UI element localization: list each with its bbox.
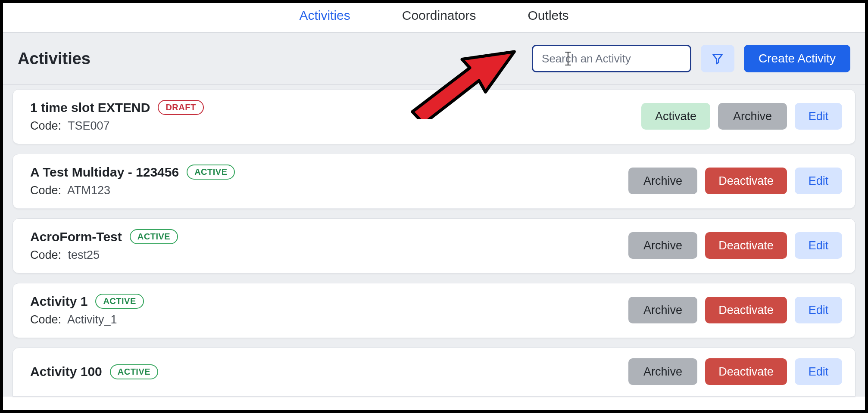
- activate-button[interactable]: Activate: [641, 103, 710, 130]
- deactivate-button[interactable]: Deactivate: [705, 232, 787, 259]
- filter-icon: [712, 53, 724, 65]
- activities-list: 1 time slot EXTEND DRAFT Code: TSE007 Ac…: [3, 85, 865, 397]
- activity-code: Code: ATM123: [30, 184, 628, 197]
- code-label: Code:: [30, 119, 61, 132]
- tab-coordinators[interactable]: Coordinators: [402, 8, 476, 23]
- activity-title: 1 time slot EXTEND: [30, 100, 150, 115]
- archive-button[interactable]: Archive: [718, 103, 787, 130]
- activity-card: 1 time slot EXTEND DRAFT Code: TSE007 Ac…: [12, 89, 856, 144]
- tab-activities[interactable]: Activities: [299, 8, 350, 23]
- status-badge: ACTIVE: [130, 229, 178, 244]
- activity-title: A Test Multiday - 123456: [30, 165, 179, 180]
- svg-marker-0: [713, 55, 722, 64]
- status-badge: ACTIVE: [110, 364, 158, 379]
- edit-button[interactable]: Edit: [795, 297, 842, 323]
- activity-card: AcroForm-Test ACTIVE Code: test25 Archiv…: [12, 218, 856, 273]
- code-value: Activity_1: [67, 313, 117, 326]
- archive-button[interactable]: Archive: [628, 232, 697, 259]
- code-value: test25: [68, 248, 100, 261]
- page-title: Activities: [18, 50, 91, 68]
- edit-button[interactable]: Edit: [795, 103, 842, 130]
- archive-button[interactable]: Archive: [628, 297, 697, 323]
- activity-title: Activity 1: [30, 294, 87, 309]
- deactivate-button[interactable]: Deactivate: [705, 168, 787, 194]
- code-label: Code:: [30, 184, 61, 197]
- status-badge: ACTIVE: [95, 294, 144, 309]
- edit-button[interactable]: Edit: [795, 232, 842, 259]
- filter-button[interactable]: [701, 45, 734, 72]
- activity-title: Activity 100: [30, 364, 102, 379]
- activity-code: Code: test25: [30, 248, 628, 262]
- archive-button[interactable]: Archive: [628, 168, 697, 194]
- code-label: Code:: [30, 313, 61, 326]
- edit-button[interactable]: Edit: [795, 168, 842, 194]
- deactivate-button[interactable]: Deactivate: [705, 297, 787, 323]
- search-input[interactable]: [532, 45, 691, 72]
- activity-card: Activity 100 ACTIVE Archive Deactivate E…: [12, 348, 856, 397]
- activity-code: Code: Activity_1: [30, 313, 628, 326]
- archive-button[interactable]: Archive: [628, 358, 697, 385]
- deactivate-button[interactable]: Deactivate: [705, 358, 787, 385]
- activity-card: Activity 1 ACTIVE Code: Activity_1 Archi…: [12, 283, 856, 338]
- create-activity-button[interactable]: Create Activity: [744, 45, 850, 72]
- tab-outlets[interactable]: Outlets: [528, 8, 569, 23]
- status-badge: ACTIVE: [187, 165, 235, 180]
- activity-code: Code: TSE007: [30, 119, 641, 133]
- edit-button[interactable]: Edit: [795, 358, 842, 385]
- code-label: Code:: [30, 248, 61, 261]
- activity-title: AcroForm-Test: [30, 230, 122, 244]
- top-nav: Activities Coordinators Outlets: [3, 3, 865, 32]
- header-bar: Activities Create Activity: [3, 32, 865, 85]
- status-badge: DRAFT: [158, 100, 203, 115]
- code-value: ATM123: [67, 184, 110, 197]
- code-value: TSE007: [68, 119, 110, 132]
- activity-card: A Test Multiday - 123456 ACTIVE Code: AT…: [12, 154, 856, 209]
